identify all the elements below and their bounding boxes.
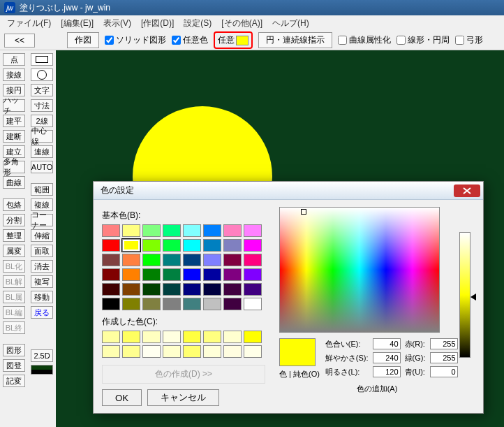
basic-color-5[interactable] bbox=[203, 224, 221, 237]
custom-color-13[interactable] bbox=[203, 345, 221, 358]
left-btn-18[interactable]: BL終 bbox=[3, 321, 25, 334]
menu-other[interactable]: [その他(A)] bbox=[218, 16, 265, 31]
red-input[interactable] bbox=[430, 338, 458, 349]
arc-checkbox[interactable]: 弓形 bbox=[455, 34, 483, 46]
custom-color-14[interactable] bbox=[223, 345, 242, 358]
right-btn-14[interactable]: 消去 bbox=[31, 260, 53, 273]
basic-color-19[interactable] bbox=[163, 254, 181, 266]
basic-color-33[interactable] bbox=[122, 283, 140, 296]
right-btn-15[interactable]: 複写 bbox=[31, 275, 53, 288]
basic-color-20[interactable] bbox=[183, 254, 201, 266]
color-strip[interactable] bbox=[31, 365, 53, 375]
left-btn-1[interactable]: 接線 bbox=[3, 68, 25, 81]
color-spectrum[interactable] bbox=[279, 207, 440, 333]
basic-color-23[interactable] bbox=[244, 254, 262, 266]
curve-attr-checkbox[interactable]: 曲線属性化 bbox=[338, 34, 391, 46]
line-circuit-checkbox[interactable]: 線形・円周 bbox=[396, 34, 450, 46]
left-btn-11[interactable]: 分割 bbox=[3, 214, 25, 226]
cancel-button[interactable]: キャンセル bbox=[147, 389, 219, 406]
right-btn-17[interactable]: 戻る bbox=[31, 306, 53, 319]
basic-color-12[interactable] bbox=[183, 239, 201, 252]
basic-color-27[interactable] bbox=[163, 268, 181, 281]
right-btn-7[interactable]: AUTO bbox=[31, 161, 53, 173]
menu-help[interactable]: ヘルプ(H) bbox=[269, 16, 312, 31]
custom-color-12[interactable] bbox=[183, 345, 201, 358]
basic-color-11[interactable] bbox=[163, 239, 181, 252]
menu-file[interactable]: ファイル(F) bbox=[4, 16, 54, 31]
custom-color-6[interactable] bbox=[223, 331, 242, 343]
solid-shape-checkbox[interactable]: ソリッド図形 bbox=[105, 34, 166, 46]
basic-color-7[interactable] bbox=[244, 224, 262, 237]
basic-color-24[interactable] bbox=[102, 268, 120, 281]
basic-color-30[interactable] bbox=[223, 268, 242, 281]
lightness-pointer-icon[interactable] bbox=[470, 294, 476, 301]
right-btn-2[interactable]: 文字 bbox=[31, 84, 53, 96]
basic-color-42[interactable] bbox=[142, 298, 161, 310]
right-btn-11[interactable]: コーナー bbox=[31, 214, 53, 226]
menu-settings[interactable]: 設定(S) bbox=[181, 16, 214, 31]
menu-draw[interactable]: [作図(D)] bbox=[138, 16, 177, 31]
custom-color-9[interactable] bbox=[122, 345, 140, 358]
basic-color-37[interactable] bbox=[203, 283, 221, 296]
right-btn-16[interactable]: 移動 bbox=[31, 291, 53, 303]
close-button[interactable] bbox=[454, 184, 480, 197]
right-btn-5[interactable]: 中心線 bbox=[31, 130, 53, 143]
dialog-title-bar[interactable]: 色の設定 bbox=[94, 182, 483, 200]
left-btn-0[interactable]: 点 bbox=[3, 53, 25, 66]
left-btn-17[interactable]: BL編 bbox=[3, 306, 25, 319]
basic-color-44[interactable] bbox=[183, 298, 201, 310]
left-btn-13[interactable]: 属変 bbox=[3, 245, 25, 257]
ok-button[interactable]: OK bbox=[102, 389, 142, 406]
left-btn-21[interactable]: 図登 bbox=[3, 359, 25, 372]
basic-color-14[interactable] bbox=[223, 239, 242, 252]
basic-color-1[interactable] bbox=[122, 224, 140, 237]
basic-color-25[interactable] bbox=[122, 268, 140, 281]
left-btn-4[interactable]: 建平 bbox=[3, 115, 25, 127]
rect-shape-button[interactable] bbox=[31, 53, 53, 66]
basic-color-28[interactable] bbox=[183, 268, 201, 281]
basic-color-29[interactable] bbox=[203, 268, 221, 281]
custom-color-8[interactable] bbox=[102, 345, 120, 358]
basic-color-0[interactable] bbox=[102, 224, 120, 237]
add-color-button[interactable]: 色の追加(A) bbox=[279, 384, 475, 394]
left-btn-7[interactable]: 多角形 bbox=[3, 161, 25, 173]
left-btn-5[interactable]: 建断 bbox=[3, 130, 25, 143]
basic-color-22[interactable] bbox=[223, 254, 242, 266]
basic-color-3[interactable] bbox=[163, 224, 181, 237]
basic-color-41[interactable] bbox=[122, 298, 140, 310]
custom-color-3[interactable] bbox=[163, 331, 181, 343]
basic-color-26[interactable] bbox=[142, 268, 161, 281]
basic-color-16[interactable] bbox=[102, 254, 120, 266]
basic-color-38[interactable] bbox=[223, 283, 242, 296]
left-btn-15[interactable]: BL解 bbox=[3, 275, 25, 288]
basic-color-21[interactable] bbox=[203, 254, 221, 266]
lightness-bar[interactable] bbox=[459, 232, 470, 358]
basic-color-31[interactable] bbox=[244, 268, 262, 281]
left-btn-12[interactable]: 整理 bbox=[3, 229, 25, 242]
basic-color-43[interactable] bbox=[163, 298, 181, 310]
collapse-button[interactable]: << bbox=[4, 34, 35, 48]
spectrum-cursor-icon[interactable] bbox=[301, 209, 306, 215]
custom-color-4[interactable] bbox=[183, 331, 201, 343]
sat-input[interactable] bbox=[373, 352, 401, 363]
left-btn-3[interactable]: ハッチ bbox=[3, 99, 25, 112]
right-btn-3[interactable]: 寸法 bbox=[31, 99, 53, 112]
basic-color-9[interactable] bbox=[122, 239, 140, 252]
pure-color-label[interactable]: 色 | 純色(O) bbox=[279, 369, 320, 379]
right-btn-12[interactable]: 伸縮 bbox=[31, 229, 53, 242]
custom-color-2[interactable] bbox=[142, 331, 161, 343]
left-btn-14[interactable]: BL化 bbox=[3, 260, 25, 273]
basic-color-47[interactable] bbox=[244, 298, 262, 310]
menu-edit[interactable]: [編集(E)] bbox=[58, 16, 96, 31]
right-btn-6[interactable]: 連線 bbox=[31, 145, 53, 158]
left-btn-16[interactable]: BL属 bbox=[3, 291, 25, 303]
custom-color-1[interactable] bbox=[122, 331, 140, 343]
basic-color-8[interactable] bbox=[102, 239, 120, 252]
draw-button[interactable]: 作図 bbox=[67, 32, 99, 48]
right-btn-9[interactable]: 範囲 bbox=[31, 183, 53, 196]
menu-view[interactable]: 表示(V) bbox=[101, 16, 134, 31]
blue-input[interactable] bbox=[430, 366, 458, 377]
circle-line-button[interactable]: 円・連続線指示 bbox=[258, 32, 332, 48]
left-btn-8[interactable]: 曲線 bbox=[3, 176, 25, 189]
basic-color-10[interactable] bbox=[142, 239, 161, 252]
